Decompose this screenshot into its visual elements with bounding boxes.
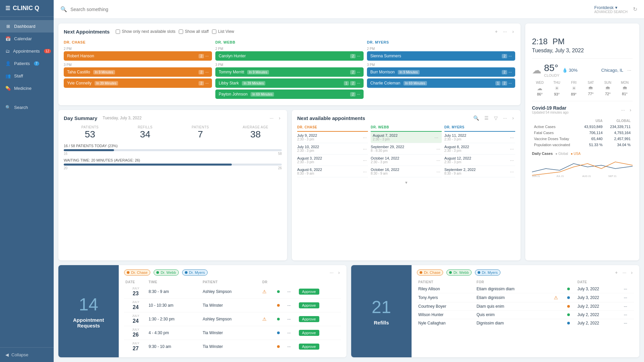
sidebar-item-dashboard[interactable]: ⊞ Dashboard — [0, 20, 54, 33]
appointments-badge: 12 — [44, 49, 51, 53]
topbar: 🔍 Frontdesk ▾ ADVANCED SEARCH ↻ — [54, 0, 644, 19]
webb-column: DR. WEBB 2 PM Carolyn Hunter 2 ··· 3 PM … — [215, 39, 364, 101]
refills-expand-button[interactable]: › — [630, 269, 634, 276]
covid-more-button[interactable]: ··· — [620, 107, 627, 113]
avail-chase-header: DR. CHASE — [297, 125, 368, 132]
avail-slot[interactable]: July 11, 20222:30 - 3 pm ··· — [444, 132, 515, 143]
avail-slot[interactable]: September 2, 20228:30 - 9 am ··· — [444, 166, 515, 177]
avail-slot[interactable]: August 6, 20228:30 - 9 am ··· — [297, 166, 368, 177]
add-appointment-button[interactable]: + — [493, 28, 499, 35]
checkbox-staff[interactable]: Show all staff — [179, 29, 209, 34]
weather-more-button[interactable]: ··· — [626, 67, 633, 73]
forecast-sun: SUN 🌧 72° — [600, 81, 616, 96]
table-row: JULY27 9:30 - 10 am Tia Winster ··· Appr… — [124, 340, 341, 353]
avail-slot[interactable]: August 3, 20222:30 - 3 pm ··· — [297, 155, 368, 166]
next-button[interactable]: › — [511, 28, 515, 35]
dr-myers-tag[interactable]: Dr. Myers — [182, 269, 208, 276]
avail-slot[interactable]: August 12, 20222:30 - 3 pm ··· — [444, 155, 515, 166]
more-available-button[interactable]: ··· — [502, 115, 508, 121]
stat-patients2: PATIENTS 7 — [174, 125, 227, 140]
sidebar-item-search[interactable]: 🔍 Search — [0, 101, 54, 114]
sidebar-item-appointments[interactable]: 🗂 Appointments 12 — [0, 45, 54, 57]
covid-table: USA GLOBAL Active Cases 43,910,849 234,3… — [532, 118, 633, 148]
requests-more-button[interactable]: ··· — [328, 269, 335, 276]
refresh-icon[interactable]: ↻ — [633, 6, 637, 12]
sidebar-item-medicine[interactable]: 💊 Medicine — [0, 82, 54, 95]
appt-sienna-summers[interactable]: Sienna Summers 2 ··· — [367, 51, 515, 61]
approve-button[interactable]: Approve — [299, 302, 319, 308]
requests-header: Dr. Chase Dr. Webb Dr. Myers ··· › — [124, 269, 341, 276]
day-summary-expand-button[interactable]: › — [277, 115, 282, 121]
clock-time: 2:18 PM — [532, 29, 633, 47]
approve-button[interactable]: Approve — [299, 344, 319, 350]
approve-button[interactable]: Approve — [299, 316, 319, 322]
chevron-down-icon: ▾ — [615, 5, 618, 10]
checkbox-available-input[interactable] — [116, 29, 120, 34]
refills-badge: 21 Refills — [351, 265, 412, 357]
avail-slot[interactable]: July 9, 20222:30 - 3 pm ··· — [297, 132, 368, 143]
appt-payton-johnson[interactable]: Payton Johnson In 69 Minutes 2 ··· — [215, 89, 364, 99]
covid-updated: Updated 54 minutes ago — [532, 111, 569, 114]
clock-weather-panel: 2:18 PM Tuesday, July 3, 2022 ☁ 85° CLOU… — [525, 23, 639, 260]
appt-tommy-merritt[interactable]: Tommy Merritt In 9 Minutes 2 ··· — [215, 67, 364, 77]
search-available-button[interactable]: 🔍 — [472, 115, 480, 121]
filter-available-button[interactable]: ☰ — [483, 115, 490, 121]
approve-button[interactable]: Approve — [299, 289, 319, 295]
sidebar-item-staff[interactable]: 👥 Staff — [0, 70, 54, 82]
advanced-search-link[interactable]: ADVANCED SEARCH — [594, 10, 629, 14]
avail-slot[interactable]: October 16, 20228:30 - 9 am ··· — [371, 166, 441, 177]
checkbox-available[interactable]: Show only next available slots — [116, 29, 175, 34]
avail-slot[interactable]: July 10, 20222:30 - 3 pm ··· — [297, 143, 368, 155]
dr-chase-tag[interactable]: Dr. Chase — [124, 269, 150, 276]
requests-expand-button[interactable]: › — [337, 269, 341, 276]
appt-charlie-coleman[interactable]: Charlie Coleman In 69 Minutes 1 2 ··· — [367, 78, 515, 88]
next-available-header: Next available appointments 🔍 ☰ ▽ ··· › — [297, 115, 515, 121]
expand-available-button[interactable]: › — [511, 115, 515, 121]
checkbox-staff-input[interactable] — [179, 29, 183, 34]
weather-condition: CLOUDY — [544, 73, 559, 77]
refills-more-button[interactable]: ··· — [621, 269, 628, 276]
stat-average-age: AVERAGE AGE 38 — [229, 125, 282, 140]
refills-webb-tag[interactable]: Dr. Webb — [446, 269, 472, 276]
funnel-available-button[interactable]: ▽ — [493, 115, 499, 121]
appt-libby-stark[interactable]: Libby Stark In 39 Minutes 1 2 ··· — [215, 78, 364, 88]
table-row: Nyle Callaghan Dignissim diam July 2, 20… — [417, 319, 634, 327]
next-available-card: Next available appointments 🔍 ☰ ▽ ··· › … — [292, 110, 521, 260]
sidebar-item-patients[interactable]: 👤 Patients 7 — [0, 57, 54, 70]
checkbox-list-input[interactable] — [212, 29, 216, 34]
appt-yvie-connelly[interactable]: Yvie Connelly In 39 Minutes 2 ··· — [64, 78, 212, 88]
covid-expand-button[interactable]: › — [628, 107, 633, 113]
frontdesk-button[interactable]: Frontdesk ▾ — [594, 5, 618, 10]
day-summary-date: Tuesday, July 3, 2022 — [103, 116, 142, 120]
appt-robert-hanson[interactable]: Robert Hanson 2 ··· — [64, 51, 212, 61]
appt-burr-morrison[interactable]: Burr Morrison In 9 Minutes 2 ··· — [367, 67, 515, 77]
sidebar-item-calendar[interactable]: 📅 Calendar — [0, 33, 54, 45]
more-options-button[interactable]: ··· — [502, 28, 508, 35]
avail-slot-highlight[interactable]: August 7, 20222:30 - 3 pm ··· — [371, 132, 441, 143]
appointment-requests-panel: 14 AppointmentRequests Dr. Chase Dr. Web… — [58, 265, 346, 357]
logo-text: CLINIC Q — [13, 5, 39, 12]
avail-slot[interactable]: August 8, 20222:30 - 3 pm ··· — [444, 143, 515, 155]
menu-icon[interactable]: ☰ — [5, 5, 10, 11]
appt-carolyn-hunter[interactable]: Carolyn Hunter 2 ··· — [215, 51, 364, 61]
checkbox-list[interactable]: List View — [212, 29, 234, 34]
avail-slot[interactable]: October 14, 20222:30 - 3 pm ··· — [371, 155, 441, 166]
clock-date: Tuesday, July 3, 2022 — [532, 48, 633, 54]
avail-slot[interactable]: September 29, 20228 - 8:30 pm ··· — [371, 143, 441, 155]
forecast-sat: SAT 🌧 77° — [583, 81, 599, 96]
topbar-search-input[interactable] — [70, 7, 591, 12]
refills-add-button[interactable]: + — [613, 269, 619, 276]
table-row: JULY26 4 - 4:30 pm Tia Winster ··· Appro… — [124, 326, 341, 340]
dr-webb-tag[interactable]: Dr. Webb — [154, 269, 179, 276]
collapse-button[interactable]: ◀ Collapse — [0, 347, 54, 362]
day-summary-more-button[interactable]: ··· — [268, 115, 275, 121]
sidebar-item-label: Appointments — [13, 49, 40, 54]
avail-webb: DR. WEBB August 7, 20222:30 - 3 pm ··· S… — [371, 125, 441, 177]
show-more-button[interactable]: ▾ — [297, 177, 515, 188]
stat-patients: PATIENTS 53 — [64, 125, 116, 140]
main-content: 🔍 Frontdesk ▾ ADVANCED SEARCH ↻ Next App… — [54, 0, 644, 362]
appt-taha-castillo[interactable]: Taha Castillo In 9 Minutes 2 ··· — [64, 67, 212, 77]
refills-chase-tag[interactable]: Dr. Chase — [417, 269, 443, 276]
approve-button[interactable]: Approve — [299, 330, 319, 336]
refills-myers-tag[interactable]: Dr. Myers — [475, 269, 500, 276]
